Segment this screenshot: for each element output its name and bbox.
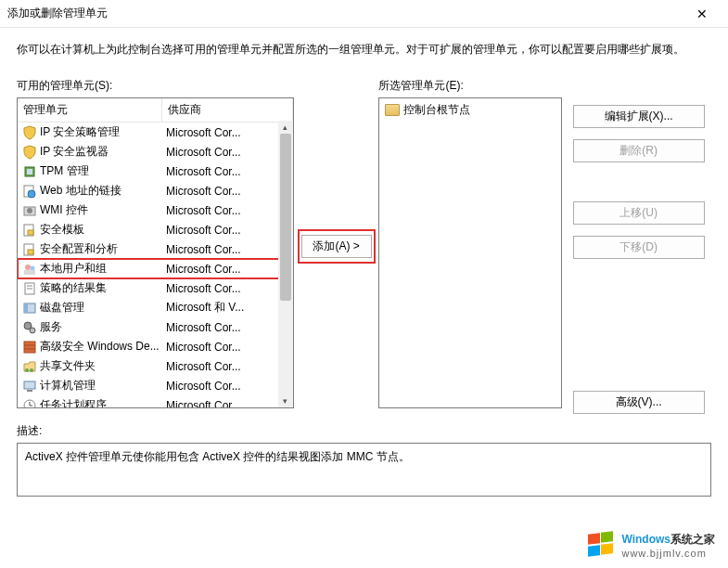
description-label: 描述: [17,423,711,439]
watermark-url: www.bjjmlv.com [621,548,715,559]
selected-treeview[interactable]: 控制台根节点 [378,97,561,408]
snapin-name: IP 安全策略管理 [40,124,164,140]
list-item[interactable]: 安全模板Microsoft Cor... [18,220,293,239]
scroll-thumb[interactable] [280,134,291,301]
watermark-brand-a: Windows [621,533,671,546]
svg-point-24 [30,368,33,372]
snapin-vendor: Microsoft Cor... [164,165,293,178]
snapin-name: WMI 控件 [40,202,164,218]
main-area: 可用的管理单元(S): 管理单元 供应商 IP 安全策略管理Microsoft … [17,78,711,414]
remove-button[interactable]: 删除(R) [573,139,705,162]
list-item[interactable]: IP 安全监视器Microsoft Cor... [18,142,293,161]
available-label: 可用的管理单元(S): [17,78,294,94]
list-item[interactable]: 共享文件夹Microsoft Cor... [18,356,293,376]
list-item[interactable]: Web 地址的链接Microsoft Cor... [18,181,293,200]
firewall-icon [21,340,38,355]
spacer [573,78,711,94]
snapin-name: 策略的结果集 [40,280,164,296]
snapin-vendor: Microsoft Cor... [164,204,293,217]
shield-yellow-icon [21,145,38,160]
list-item[interactable]: 服务Microsoft Cor... [18,317,293,337]
col-snapin[interactable]: 管理单元 [18,98,162,122]
list-item[interactable]: 策略的结果集Microsoft Cor... [18,278,293,298]
listbox-body: IP 安全策略管理Microsoft Cor...IP 安全监视器Microso… [18,123,293,408]
list-item[interactable]: WMI 控件Microsoft Cor... [18,200,293,220]
advanced-button[interactable]: 高级(V)... [573,391,705,414]
list-item[interactable]: IP 安全策略管理Microsoft Cor... [18,123,293,142]
tree-root-item[interactable]: 控制台根节点 [381,100,558,120]
list-item[interactable]: TPM 管理Microsoft Cor... [18,161,293,181]
snapin-vendor: Microsoft Cor... [164,185,293,198]
action-buttons-panel: 编辑扩展(X)... 删除(R) 上移(U) 下移(D) 高级(V)... [573,78,711,414]
snapin-vendor: Microsoft Cor... [164,341,293,354]
snapin-name: 计算机管理 [40,378,164,394]
svg-rect-7 [28,230,33,235]
svg-point-23 [25,368,29,372]
snapin-vendor: Microsoft Cor... [164,243,293,256]
snapin-vendor: Microsoft Cor... [164,321,293,334]
snapin-name: 任务计划程序 [40,397,164,408]
list-item[interactable]: 高级安全 Windows De...Microsoft Cor... [18,337,293,356]
gear-box-icon [21,203,38,218]
scroll-up-icon[interactable]: ▴ [278,121,293,134]
selected-panel: 所选管理单元(E): 控制台根节点 [378,78,561,414]
scrollbar[interactable]: ▴ ▾ [278,121,293,407]
lock-page-icon [21,223,38,238]
snapin-name: IP 安全监视器 [40,144,164,160]
spacer [573,174,711,190]
svg-point-11 [31,265,35,270]
shield-yellow-icon [21,125,38,140]
middle-panel: 添加(A) > [294,78,379,414]
svg-rect-12 [24,270,35,275]
chip-icon [21,164,38,179]
snapin-vendor: Microsoft Cor... [164,126,293,139]
listbox-header: 管理单元 供应商 [18,98,293,123]
link-page-icon [21,184,38,199]
svg-rect-1 [27,169,32,174]
list-item[interactable]: 本地用户和组Microsoft Cor... [18,259,293,278]
svg-rect-20 [24,342,35,353]
add-button[interactable]: 添加(A) > [301,235,372,258]
snapin-vendor: Microsoft Cor... [164,224,293,237]
move-down-button[interactable]: 下移(D) [573,236,705,259]
description-box: ActiveX 控件管理单元使你能用包含 ActiveX 控件的结果视图添加 M… [17,443,711,497]
add-button-highlight: 添加(A) > [298,229,376,264]
col-vendor[interactable]: 供应商 [162,98,293,122]
snapin-vendor: Microsoft Cor... [164,380,293,393]
watermark: Windows系统之家 www.bjjmlv.com [586,531,715,559]
list-item[interactable]: 任务计划程序Microsoft Cor... [18,395,293,408]
move-up-button[interactable]: 上移(U) [573,201,705,225]
gears-icon [21,320,38,335]
svg-point-5 [27,208,32,213]
instruction-text: 你可以在计算机上为此控制台选择可用的管理单元并配置所选的一组管理单元。对于可扩展… [17,41,711,58]
scroll-down-icon[interactable]: ▾ [278,394,293,407]
watermark-brand-b: 系统之家 [671,533,715,546]
snapin-vendor: Microsoft Cor... [164,282,293,295]
available-listbox[interactable]: 管理单元 供应商 IP 安全策略管理Microsoft Cor...IP 安全监… [17,97,294,408]
snapin-name: 安全配置和分析 [40,241,164,257]
list-item[interactable]: 安全配置和分析Microsoft Cor... [18,239,293,259]
window-title: 添加或删除管理单元 [7,6,683,21]
windows-logo-icon [586,532,616,558]
list-item[interactable]: 磁盘管理Microsoft 和 V... [18,298,293,317]
snapin-name: 安全模板 [40,222,164,238]
snapin-vendor: Microsoft 和 V... [164,300,293,316]
users-icon [21,262,38,277]
selected-label: 所选管理单元(E): [378,78,561,94]
description-section: 描述: ActiveX 控件管理单元使你能用包含 ActiveX 控件的结果视图… [17,423,711,497]
list-item[interactable]: 计算机管理Microsoft Cor... [18,376,293,395]
svg-rect-25 [24,381,35,389]
dialog-content: 你可以在计算机上为此控制台选择可用的管理单元并配置所选的一组管理单元。对于可扩展… [0,28,728,497]
svg-point-19 [30,328,35,333]
snapin-name: 磁盘管理 [40,300,164,316]
watermark-text: Windows系统之家 www.bjjmlv.com [621,531,715,559]
snapin-vendor: Microsoft Cor... [164,146,293,159]
svg-point-3 [28,190,35,198]
available-panel: 可用的管理单元(S): 管理单元 供应商 IP 安全策略管理Microsoft … [17,78,294,414]
disk-icon [21,301,38,316]
folder-icon [385,104,400,116]
edit-extensions-button[interactable]: 编辑扩展(X)... [573,105,705,128]
close-icon[interactable]: ✕ [683,6,721,21]
snapin-vendor: Microsoft Cor... [164,399,293,409]
lock-page-icon [21,242,38,257]
